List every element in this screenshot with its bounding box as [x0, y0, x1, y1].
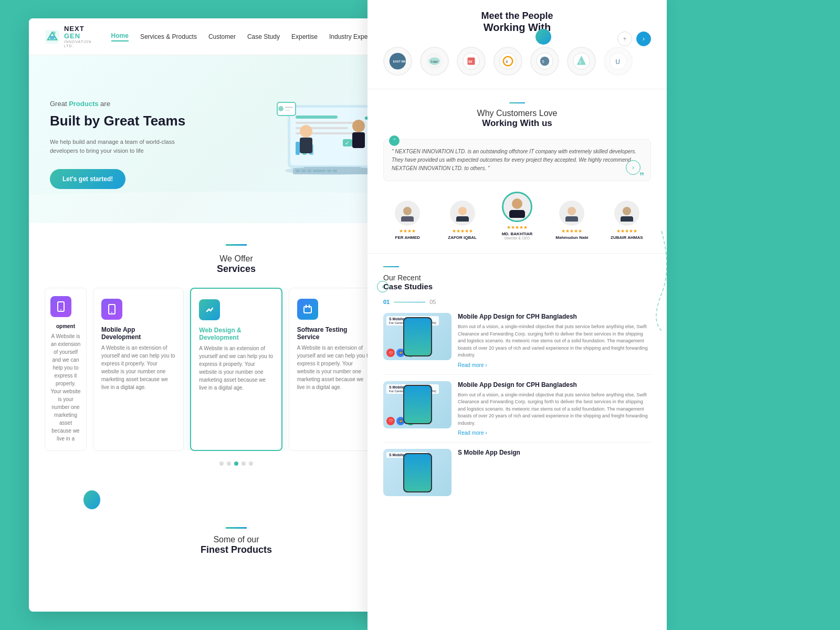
partner-logo-imperial: IH	[457, 47, 486, 76]
svg-text:6: 6	[579, 60, 581, 64]
testimonial-container: " " NEXTGEN INNOVATION LTD. is an outsta…	[383, 139, 651, 181]
svg-rect-29	[296, 170, 300, 172]
case-info-desc-2: Born out of a vision, a single-minded ob…	[458, 392, 651, 427]
case-prev-arrow-button[interactable]: ‹	[377, 281, 388, 292]
logo[interactable]: NEXTGEN INNOVATION LTD.	[45, 25, 96, 48]
reviewer-stars-3: ★★★★★	[493, 225, 541, 230]
service-icon-mobile	[101, 299, 122, 320]
nav-customer[interactable]: Customer	[208, 33, 236, 40]
badge-red-2: 🛡	[386, 417, 395, 425]
case-card-1: S Mobile App DesignFor Central Police Ho…	[383, 313, 651, 375]
reviewer-name-2: ZAFOR IQBAL	[438, 235, 486, 240]
svg-rect-30	[301, 170, 306, 172]
service-name-web: Web Design & Development	[199, 327, 273, 341]
case-info-1: Mobile App Design for CPH Bangladesh Bor…	[458, 313, 651, 368]
dot-3-active[interactable]	[234, 461, 238, 466]
nav-services[interactable]: Services & Products	[140, 33, 197, 40]
svg-point-38	[111, 312, 112, 313]
nav-expertise[interactable]: Expertise	[291, 33, 318, 40]
partner-logo-4: 4	[494, 47, 522, 76]
logo-text: NEXTGEN INNOVATION LTD.	[64, 25, 96, 48]
svg-point-23	[278, 106, 284, 111]
services-tag-line	[226, 244, 247, 246]
case-counter-current: 01	[383, 299, 390, 305]
partner-logos-strip: EAST WEST Logo IH 4 5 6 U	[383, 41, 651, 81]
dot-5[interactable]	[249, 461, 253, 466]
testimonial-text: " NEXTGEN INNOVATION LTD. is an outstand…	[392, 148, 643, 173]
why-tag-line	[509, 102, 525, 103]
svg-rect-63	[401, 216, 414, 222]
svg-rect-13	[296, 142, 300, 155]
svg-point-64	[458, 207, 467, 215]
partner-logo-5: 5	[530, 47, 559, 76]
service-card-partial-left: opment A Website is an extension of your…	[45, 288, 87, 451]
svg-point-3	[52, 31, 56, 34]
reviewer-3-featured: ★★★★★ MD. BAKHTIAR Director & CEO	[493, 192, 541, 240]
badge-red-1: 🛡	[386, 349, 395, 357]
read-more-1[interactable]: Read more ›	[458, 362, 651, 368]
case-info-3: S Mobile App Design	[458, 449, 651, 496]
svg-point-62	[403, 207, 412, 215]
svg-rect-71	[621, 216, 633, 222]
testimonial-box: " " NEXTGEN INNOVATION LTD. is an outsta…	[383, 139, 651, 181]
svg-rect-25	[285, 110, 290, 111]
prev-arrow-button[interactable]: +	[617, 32, 632, 46]
service-icon-mobile-partial	[50, 296, 71, 317]
svg-rect-33	[327, 170, 331, 172]
case-info-title-2: Mobile App Design for CPH Bangladesh	[458, 381, 651, 388]
phone-mockup-1	[403, 317, 432, 356]
phone-mockup-2	[403, 385, 432, 424]
partner-logo-2: Logo	[420, 47, 449, 76]
reviewer-role-3: Director & CEO	[493, 236, 541, 240]
read-more-2[interactable]: Read more ›	[458, 430, 651, 436]
svg-text:5: 5	[542, 59, 544, 64]
reviewer-name-1: FER AHMED	[383, 235, 432, 240]
svg-text:Logo: Logo	[431, 59, 438, 63]
svg-text:EAST WEST: EAST WEST	[393, 60, 407, 63]
phone-mockup-3	[403, 453, 432, 492]
case-tag-line	[383, 266, 399, 267]
svg-point-55	[540, 57, 550, 66]
case-info-title-3: S Mobile App Design	[458, 449, 651, 456]
service-desc-testing: A Website is an extension of yourself an…	[297, 344, 371, 391]
nav-arrows: + ›	[617, 32, 651, 46]
case-thumb-2: S Mobile App DesignFor Central Police Ho…	[383, 381, 452, 428]
nav-home[interactable]: Home	[111, 32, 129, 41]
partner-logo-u: U	[604, 47, 633, 76]
reviewer-avatar-4	[559, 201, 584, 226]
svg-rect-2	[50, 36, 55, 39]
service-name-mobile: Mobile App Development	[101, 326, 175, 341]
reviewer-1: ★★★★ FER AHMED	[383, 201, 432, 240]
hero-title: Built by Great Teams	[50, 113, 236, 129]
why-subtitle: Working With us	[383, 118, 651, 129]
get-started-button[interactable]: Let's get started!	[50, 169, 125, 189]
why-title: Why Customers Love	[383, 109, 651, 118]
svg-rect-21	[352, 132, 365, 148]
reviewer-name-3: MD. BAKHTIAR	[493, 232, 541, 236]
svg-point-36	[60, 309, 61, 310]
svg-point-18	[300, 125, 312, 138]
svg-text:IH: IH	[468, 60, 472, 64]
reviewer-name-4: Mahmudun Nabi	[548, 235, 596, 240]
reviewer-stars-1: ★★★★	[383, 228, 432, 234]
svg-text:✓: ✓	[345, 140, 349, 146]
next-arrow-button[interactable]: ›	[636, 32, 651, 46]
service-icon-web	[199, 299, 220, 320]
dot-4[interactable]	[242, 461, 246, 466]
case-thumb-3: S Mobile App Design	[383, 449, 452, 496]
reviewer-avatar-2	[450, 201, 475, 226]
dot-2[interactable]	[227, 461, 231, 466]
testimonial-next-button[interactable]: ›	[626, 160, 640, 175]
quote-open-icon: "	[389, 135, 400, 146]
nav-case-study[interactable]: Case Study	[247, 33, 280, 40]
svg-point-68	[568, 207, 576, 215]
reviewer-avatar-5	[614, 201, 639, 226]
case-counter-line	[394, 302, 425, 302]
svg-point-51	[500, 53, 517, 70]
svg-point-70	[623, 207, 631, 215]
dashed-curve-decoration	[640, 226, 667, 331]
svg-rect-34	[333, 170, 337, 172]
dot-1[interactable]	[219, 461, 224, 466]
teal-circle-decoration	[536, 29, 551, 45]
svg-rect-31	[307, 170, 311, 172]
